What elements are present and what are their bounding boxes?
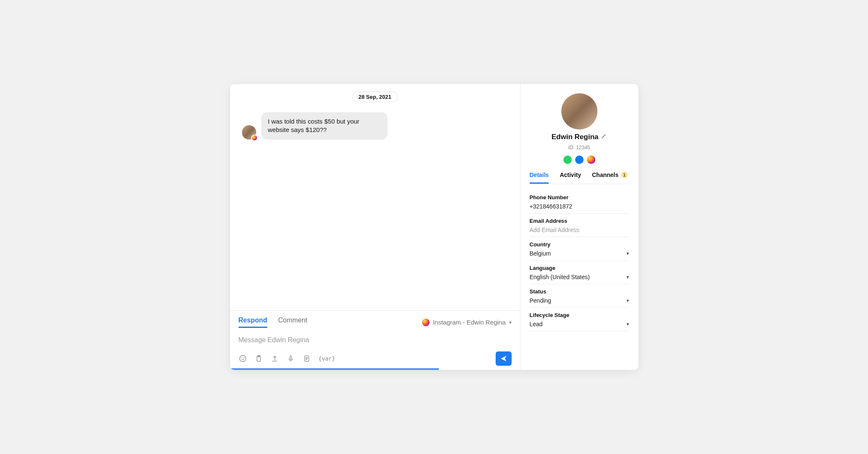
message-avatar (242, 125, 256, 140)
status-select[interactable]: Pending ▾ (530, 297, 629, 304)
chevron-down-icon: ▾ (626, 274, 629, 280)
status-value: Pending (530, 297, 551, 304)
composer: Respond Comment Instagram - Edwin Regina… (230, 310, 520, 370)
message-row: I was told this costs $50 but your websi… (242, 112, 508, 140)
svg-rect-5 (290, 356, 291, 359)
phone-value[interactable]: +321846631872 (530, 203, 629, 210)
sidebar-tabs: Details Activity Channels 1 (530, 172, 629, 184)
field-label: Phone Number (530, 194, 629, 201)
whatsapp-icon[interactable] (563, 156, 572, 164)
app-window: 28 Sep, 2021 I was told this costs $50 b… (230, 84, 638, 370)
conversation-panel: 28 Sep, 2021 I was told this costs $50 b… (230, 84, 520, 370)
send-button[interactable] (496, 351, 512, 366)
upload-icon[interactable] (271, 354, 279, 363)
field-label: Email Address (530, 218, 629, 224)
composer-tabs: Respond Comment Instagram - Edwin Regina… (239, 317, 512, 328)
message-bubble: I was told this costs $50 but your websi… (261, 112, 388, 140)
composer-toolbar: {var} (239, 350, 512, 366)
field-country: Country Belgium ▾ (530, 237, 629, 261)
channel-selector-label: Instagram - Edwin Regina (433, 319, 506, 326)
instagram-icon[interactable] (587, 156, 595, 164)
svg-point-2 (244, 358, 244, 358)
lifecycle-value: Lead (530, 321, 543, 327)
channels-badge: 1 (621, 172, 628, 178)
country-select[interactable]: Belgium ▾ (530, 250, 629, 257)
field-label: Lifecycle Stage (530, 312, 629, 318)
edit-icon[interactable] (601, 133, 607, 141)
date-separator: 28 Sep, 2021 (352, 92, 398, 102)
tab-comment[interactable]: Comment (278, 317, 307, 328)
instagram-icon (422, 319, 430, 326)
chevron-down-icon: ▾ (626, 298, 629, 304)
svg-point-0 (239, 356, 246, 362)
field-status: Status Pending ▾ (530, 284, 629, 308)
field-language: Language English (United States) ▾ (530, 261, 629, 284)
contact-channel-icons (563, 156, 595, 164)
tab-channels-label: Channels (592, 172, 618, 178)
lifecycle-select[interactable]: Lead ▾ (530, 321, 629, 327)
field-label: Language (530, 265, 629, 271)
contact-name: Edwin Regina (552, 133, 598, 141)
tab-details[interactable]: Details (530, 172, 549, 184)
chevron-down-icon: ▾ (509, 319, 512, 325)
clipboard-icon[interactable] (255, 354, 263, 363)
variable-icon[interactable]: {var} (319, 355, 335, 362)
field-label: Status (530, 288, 629, 295)
field-label: Country (530, 241, 629, 248)
contact-avatar (561, 93, 597, 129)
country-value: Belgium (530, 250, 551, 257)
microphone-icon[interactable] (287, 354, 295, 363)
contact-id: ID: 12345 (568, 145, 590, 150)
chevron-down-icon: ▾ (626, 251, 629, 256)
email-placeholder[interactable]: Add Email Address (530, 227, 629, 233)
field-email: Email Address Add Email Address (530, 214, 629, 237)
snippet-icon[interactable] (303, 354, 311, 363)
message-input[interactable] (239, 335, 512, 350)
message-list: 28 Sep, 2021 I was told this costs $50 b… (230, 84, 520, 310)
channel-selector[interactable]: Instagram - Edwin Regina ▾ (422, 319, 512, 326)
language-select[interactable]: English (United States) ▾ (530, 274, 629, 280)
instagram-icon (251, 135, 258, 141)
tab-respond[interactable]: Respond (239, 317, 267, 328)
composer-accent-bar (230, 368, 439, 370)
field-phone: Phone Number +321846631872 (530, 190, 629, 214)
contact-profile: Edwin Regina ID: 12345 (530, 93, 629, 164)
tab-activity[interactable]: Activity (560, 172, 581, 184)
chevron-down-icon: ▾ (626, 321, 629, 327)
emoji-icon[interactable] (239, 354, 247, 363)
language-value: English (United States) (530, 274, 590, 280)
messenger-icon[interactable] (575, 156, 584, 164)
tab-channels[interactable]: Channels 1 (592, 172, 628, 184)
contact-sidebar: Edwin Regina ID: 12345 Details Activity … (520, 84, 638, 370)
field-lifecycle: Lifecycle Stage Lead ▾ (530, 308, 629, 331)
svg-point-1 (242, 358, 242, 358)
